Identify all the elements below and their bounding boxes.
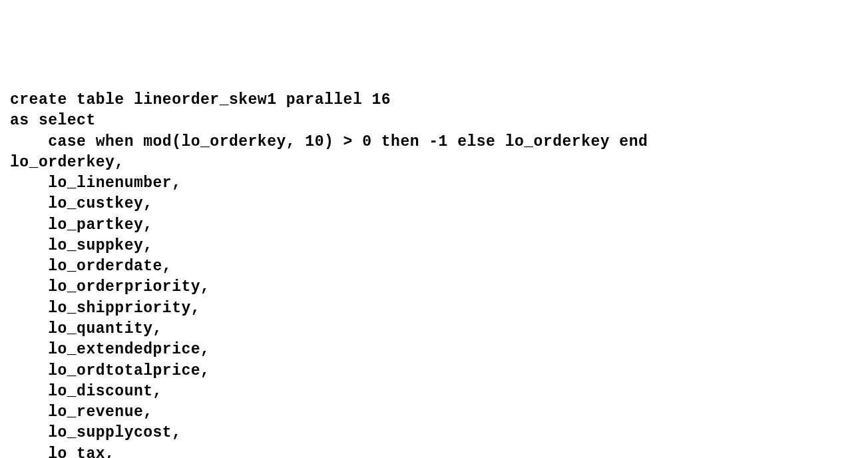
code-line: lo_linenumber, — [10, 174, 181, 192]
code-line: lo_supplycost, — [10, 424, 181, 441]
code-line: lo_quantity, — [10, 320, 162, 338]
code-line: lo_shippriority, — [10, 300, 200, 317]
code-line: lo_extendedprice, — [10, 341, 210, 358]
code-line: lo_revenue, — [10, 403, 153, 421]
code-line: create table lineorder_skew1 parallel 16 — [10, 91, 391, 109]
code-line: lo_custkey, — [10, 195, 153, 212]
code-line: lo_orderdate, — [10, 258, 172, 275]
code-line: lo_orderpriority, — [10, 278, 210, 296]
sql-code-block: create table lineorder_skew1 parallel 16… — [10, 90, 858, 458]
code-line: lo_partkey, — [10, 216, 153, 234]
code-line: lo_discount, — [10, 383, 162, 400]
code-line: case when mod(lo_orderkey, 10) > 0 then … — [10, 133, 648, 150]
code-line: lo_tax, — [10, 445, 114, 458]
code-line: lo_orderkey, — [10, 154, 124, 171]
code-line: lo_suppkey, — [10, 237, 153, 254]
code-line: as select — [10, 112, 96, 129]
code-line: lo_ordtotalprice, — [10, 362, 210, 379]
